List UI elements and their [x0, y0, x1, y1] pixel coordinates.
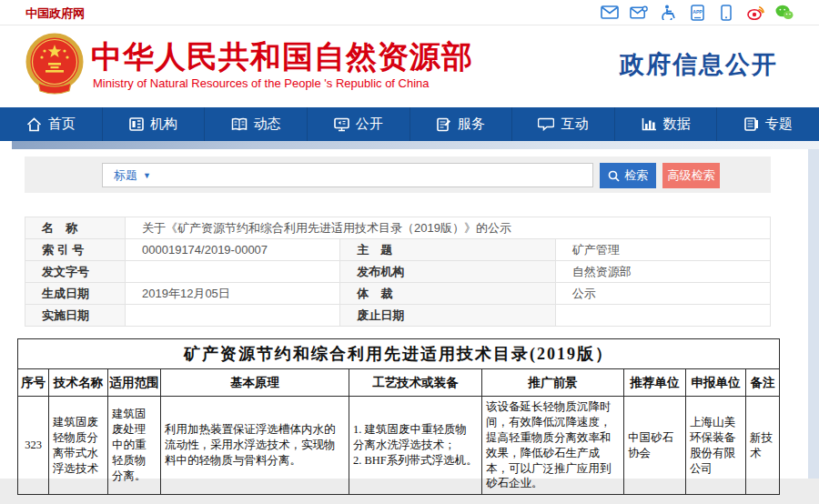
- meta-value-title: 关于《矿产资源节约和综合利用先进适用技术目录（2019版）》的公示: [126, 217, 771, 239]
- ministry-title-cn: 中华人民共和国自然资源部: [91, 36, 473, 78]
- mobile-icon[interactable]: [717, 5, 735, 20]
- cell-prospect: 该设备延长轻物质沉降时间，有效降低沉降速度，提高轻重物质分离效率和效果，降低砂石…: [482, 397, 624, 495]
- search-input[interactable]: [162, 164, 592, 186]
- org-icon: [129, 117, 144, 131]
- gov-portal-link[interactable]: 中国政府网: [25, 5, 85, 22]
- nav-item-org[interactable]: 机构: [102, 107, 205, 141]
- col-header-prospect: 推广前景: [482, 369, 624, 397]
- meta-label: 生成日期: [25, 283, 126, 305]
- chevron-down-icon: ▼: [143, 171, 151, 180]
- cell-principle: 利用加热装置保证浮选槽体内水的流动性，采用水浮选技术，实现物料中的轻物质与骨料分…: [161, 397, 349, 495]
- catalog-table: 矿产资源节约和综合利用先进适用技术目录(2019版） 序号 技术名称 适用范围 …: [17, 338, 780, 495]
- nav-item-service[interactable]: 服务: [410, 107, 512, 141]
- cell-note: 新技术: [746, 397, 780, 495]
- top-icons: APP: [601, 5, 794, 20]
- search-button-label: 检索: [624, 167, 648, 184]
- nav-label: 互动: [561, 116, 588, 133]
- app-icon-label: APP: [693, 9, 703, 15]
- meta-value-topic: 矿产管理: [555, 239, 770, 261]
- meta-row-name: 名 称 关于《矿产资源节约和综合利用先进适用技术目录（2019版）》的公示: [25, 217, 771, 239]
- mail-subscribe-icon[interactable]: [630, 5, 648, 20]
- nav-label: 公开: [356, 116, 383, 133]
- site-header: 中华人民共和国自然资源部 Ministry of Natural Resourc…: [0, 25, 819, 107]
- catalog-title: 矿产资源节约和综合利用先进适用技术目录(2019版）: [18, 339, 780, 369]
- meta-value-date: 2019年12月05日: [126, 283, 340, 305]
- search-panel: 标题 ▼ 检索 高级检索: [25, 156, 771, 193]
- cell-recommender: 中国砂石协会: [624, 397, 686, 495]
- disclosure-icon: [334, 117, 349, 132]
- cell-scope: 建筑固废处理中的重轻质物分离。: [108, 397, 161, 495]
- nav-item-disclosure[interactable]: 公开: [307, 107, 410, 141]
- service-icon: [437, 117, 451, 132]
- nav-item-data[interactable]: 数据: [614, 107, 717, 141]
- meta-value-agency: 自然资源部: [555, 261, 770, 283]
- nav-item-interact[interactable]: 互动: [511, 107, 614, 141]
- catalog-header-row: 序号 技术名称 适用范围 基本原理 工艺技术或装备 推广前景 推荐单位 申报单位…: [18, 369, 780, 397]
- col-header-note: 备注: [746, 369, 780, 397]
- table-row: 323 建筑固废轻物质分离带式水浮选技术 建筑固废处理中的重轻质物分离。 利用加…: [18, 397, 780, 495]
- meta-row-date: 生成日期 2019年12月05日 体 裁 公示: [25, 283, 771, 305]
- col-header-name: 技术名称: [49, 369, 108, 397]
- meta-label: 体 裁: [340, 283, 555, 305]
- nav-label: 专题: [765, 116, 793, 133]
- cell-name: 建筑固废轻物质分离带式水浮选技术: [49, 397, 108, 495]
- advanced-search-label: 高级检索: [668, 167, 715, 184]
- meta-label: 名 称: [25, 217, 126, 239]
- nav-label: 数据: [663, 116, 691, 133]
- nav-shadow-strip: [12, 141, 819, 149]
- search-field-select[interactable]: 标题 ▼: [103, 167, 162, 184]
- page: 中国政府网 APP: [0, 0, 819, 504]
- col-header-applicant: 申报单位: [686, 369, 746, 397]
- meta-label: 索 引 号: [25, 239, 126, 261]
- cell-applicant: 上海山美环保装备股份有限公司: [686, 397, 746, 495]
- meta-label: 主 题: [340, 239, 555, 261]
- meta-row-docno: 发文字号 发布机构 自然资源部: [25, 261, 771, 283]
- topics-icon: [744, 117, 759, 131]
- advanced-search-button[interactable]: 高级检索: [662, 163, 720, 188]
- content-area: 标题 ▼ 检索 高级检索 名 称 关于《矿产资源节约和综合利用先进适用技术目录（…: [0, 141, 819, 504]
- meta-value-repeal: [555, 305, 770, 327]
- search-box: 标题 ▼: [102, 163, 593, 187]
- weibo-icon[interactable]: [746, 5, 764, 20]
- nav-item-home[interactable]: 首页: [0, 107, 102, 141]
- top-utility-bar: 中国政府网 APP: [0, 0, 819, 25]
- nav-item-news[interactable]: 动态: [204, 107, 307, 141]
- nav-label: 机构: [150, 116, 177, 133]
- document-meta-table: 名 称 关于《矿产资源节约和综合利用先进适用技术目录（2019版）》的公示 索 …: [25, 217, 771, 327]
- nav-label: 服务: [458, 116, 485, 133]
- search-field-label: 标题: [114, 167, 137, 184]
- news-icon: [231, 117, 248, 131]
- meta-label: 发文字号: [25, 261, 126, 283]
- nav-label: 动态: [254, 116, 281, 133]
- catalog-title-row: 矿产资源节约和综合利用先进适用技术目录(2019版）: [18, 339, 780, 369]
- mail-icon[interactable]: [601, 5, 619, 20]
- col-header-scope: 适用范围: [108, 369, 161, 397]
- search-button[interactable]: 检索: [600, 163, 656, 188]
- meta-value-genre: 公示: [555, 283, 770, 305]
- col-header-equipment: 工艺技术或装备: [349, 369, 482, 397]
- wechat-icon[interactable]: [775, 5, 794, 20]
- interact-icon: [538, 117, 554, 131]
- data-icon: [642, 117, 657, 131]
- meta-value-docno: [126, 261, 340, 283]
- cell-no: 323: [18, 397, 49, 495]
- meta-row-index: 索 引 号 000019174/2019-00007 主 题 矿产管理: [25, 239, 771, 261]
- meta-value-effective: [126, 305, 340, 327]
- search-icon: [608, 170, 620, 182]
- ministry-title-en: Ministry of Natural Resources of the Peo…: [93, 76, 430, 90]
- col-header-recommender: 推荐单位: [624, 369, 686, 397]
- accessibility-icon[interactable]: [659, 5, 677, 20]
- meta-label: 发布机构: [340, 261, 555, 283]
- nav-item-topics[interactable]: 专题: [716, 107, 819, 141]
- meta-label: 废止日期: [340, 305, 555, 327]
- nav-label: 首页: [48, 116, 76, 133]
- national-emblem: [25, 32, 84, 99]
- right-margin-strip: [808, 149, 819, 479]
- col-header-no: 序号: [18, 369, 49, 397]
- col-header-principle: 基本原理: [161, 369, 349, 397]
- home-icon: [26, 117, 42, 132]
- app-icon[interactable]: APP: [688, 5, 706, 20]
- cell-equipment: 1. 建筑固废中重轻质物分离水洗浮选技术； 2. BHF系列带式浮选机。: [349, 397, 482, 495]
- section-title: 政府信息公开: [620, 48, 778, 81]
- meta-value-index-no: 000019174/2019-00007: [126, 239, 340, 261]
